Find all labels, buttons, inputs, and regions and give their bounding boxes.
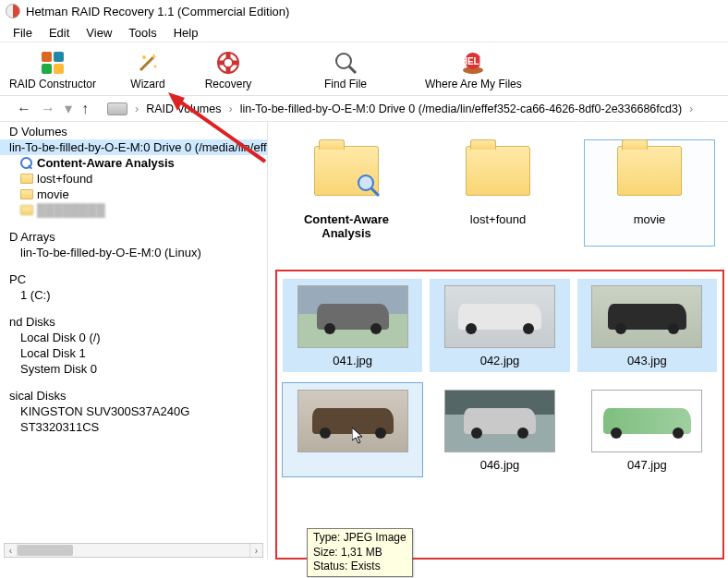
folder-lostfound[interactable]: lost+found [433,140,563,246]
tree-section-pc[interactable]: PC [0,271,267,287]
menu-view[interactable]: View [79,24,119,40]
tree-phys0[interactable]: KINGSTON SUV300S37A240G [0,403,267,419]
tree-lostfound[interactable]: lost+found [0,171,267,187]
tree-sd0[interactable]: System Disk 0 [0,361,267,377]
help-button-icon: HELP [460,50,486,76]
tooltip-type: Type: JPEG Image [313,531,406,546]
find-file-label: Find File [324,78,367,90]
thumb-041[interactable]: 041.jpg [283,279,422,372]
folder-row: Content-Aware Analysis lost+found movie [268,122,728,255]
nav-up[interactable]: ↑ [79,101,91,117]
svg-line-11 [349,66,356,73]
crumb-drive[interactable]: lin-To-be-filled-by-O-E-M:0 Drive 0 (/me… [240,102,682,115]
nav-back[interactable]: ← [15,101,33,117]
magnifier-overlay-icon [356,173,382,199]
svg-line-4 [140,57,153,70]
tree-section-arrays[interactable]: D Arrays [0,229,267,245]
menu-edit[interactable]: Edit [42,24,77,40]
wizard-label: Wizard [130,78,164,90]
thumb-image [444,390,555,452]
tree-section-volumes[interactable]: D Volumes [0,124,267,139]
recovery-label: Recovery [205,78,252,90]
thumb-name: 042.jpg [480,354,520,367]
folder-lostfound-label: lost+found [470,212,526,226]
nav-bar: ← → ▾ ↑ › RAID Volumes › lin-To-be-fille… [0,96,728,122]
svg-rect-2 [42,64,52,74]
scroll-right-icon[interactable]: › [249,544,262,557]
crumb-root[interactable]: RAID Volumes [146,102,221,115]
raid-constructor-button[interactable]: RAID Constructor [9,48,96,91]
folder-icon [314,146,379,196]
tree-movie[interactable]: movie [0,187,267,202]
tooltip-status: Status: Exists [313,560,406,574]
tree-drive-row[interactable]: lin-To-be-filled-by-O-E-M:0 Drive 0 (/me… [0,139,267,155]
thumb-image [591,390,702,452]
svg-point-9 [224,58,233,67]
main-toolbar: RAID Constructor Wizard Recovery Find Fi… [0,42,728,96]
tree-blurred: ████████ [0,202,267,218]
cursor-icon [352,427,365,444]
tree-hscrollbar[interactable]: ‹ › [4,543,263,558]
tree-movie-label: movie [37,187,69,201]
menu-tools[interactable]: Tools [121,24,164,40]
wizard-button[interactable]: Wizard [119,48,176,91]
recovery-button[interactable]: Recovery [200,48,257,91]
find-file-button[interactable]: Find File [317,48,374,91]
tree-phys1[interactable]: ST3320311CS [0,419,267,435]
thumb-image [444,285,555,348]
tree-section-nd[interactable]: nd Disks [0,314,267,330]
svg-point-6 [142,55,146,59]
file-tooltip: Type: JPEG Image Size: 1,31 MB Status: E… [307,528,413,577]
thumb-047[interactable]: 047.jpg [577,383,717,476]
folder-movie-label: movie [634,212,666,226]
chevron-right-icon: › [687,102,695,115]
scroll-thumb[interactable] [18,545,73,556]
thumb-current[interactable] [283,383,422,476]
svg-rect-3 [54,64,64,74]
puzzle-icon [40,50,66,76]
where-files-button[interactable]: HELP Where Are My Files [425,48,522,91]
magnifier-icon [20,157,33,170]
thumb-image [297,285,408,348]
thumb-image [297,390,408,452]
svg-rect-0 [42,52,52,62]
folder-icon [466,146,530,196]
svg-point-15 [358,175,373,190]
nav-dropdown[interactable]: ▾ [63,100,74,117]
thumb-043[interactable]: 043.jpg [577,279,717,372]
tree-caa[interactable]: Content-Aware Analysis [0,155,267,171]
tree-ld0[interactable]: Local Disk 0 (/) [0,330,267,345]
tree-panel: D Volumes lin-To-be-filled-by-O-E-M:0 Dr… [0,122,268,560]
thumb-image [591,285,702,348]
tree-section-phys[interactable]: sical Disks [0,388,267,403]
menu-help[interactable]: Help [166,24,206,40]
menu-bar: File Edit View Tools Help [0,22,728,42]
folder-caa-label: Content-Aware Analysis [287,212,406,240]
tree-cdrive[interactable]: 1 (C:) [0,287,267,303]
title-bar: Hetman RAID Recovery 1.1 (Commercial Edi… [0,0,728,22]
tree-lostfound-label: lost+found [37,172,92,186]
svg-point-10 [336,54,351,68]
thumb-name: 046.jpg [480,458,520,472]
chevron-right-icon: › [226,102,234,115]
folder-icon [617,146,682,196]
tree-caa-label: Content-Aware Analysis [37,156,175,170]
drive-icon [107,102,127,115]
svg-point-7 [154,65,157,67]
lifebuoy-icon [215,50,241,76]
wand-icon [135,50,161,76]
menu-file[interactable]: File [6,24,40,40]
tree-array-row[interactable]: lin-To-be-filled-by-O-E-M:0 (Linux) [0,245,267,260]
svg-marker-5 [152,54,156,58]
chevron-right-icon: › [133,102,140,115]
app-icon [6,4,20,18]
thumb-046[interactable]: 046.jpg [430,383,569,476]
svg-text:HELP: HELP [461,56,486,66]
folder-icon [20,174,33,184]
folder-caa[interactable]: Content-Aware Analysis [282,140,411,246]
thumb-042[interactable]: 042.jpg [430,279,569,372]
scroll-left-icon[interactable]: ‹ [5,544,18,557]
tree-ld1[interactable]: Local Disk 1 [0,345,267,361]
folder-movie[interactable]: movie [585,140,714,246]
nav-forward: → [39,101,57,117]
